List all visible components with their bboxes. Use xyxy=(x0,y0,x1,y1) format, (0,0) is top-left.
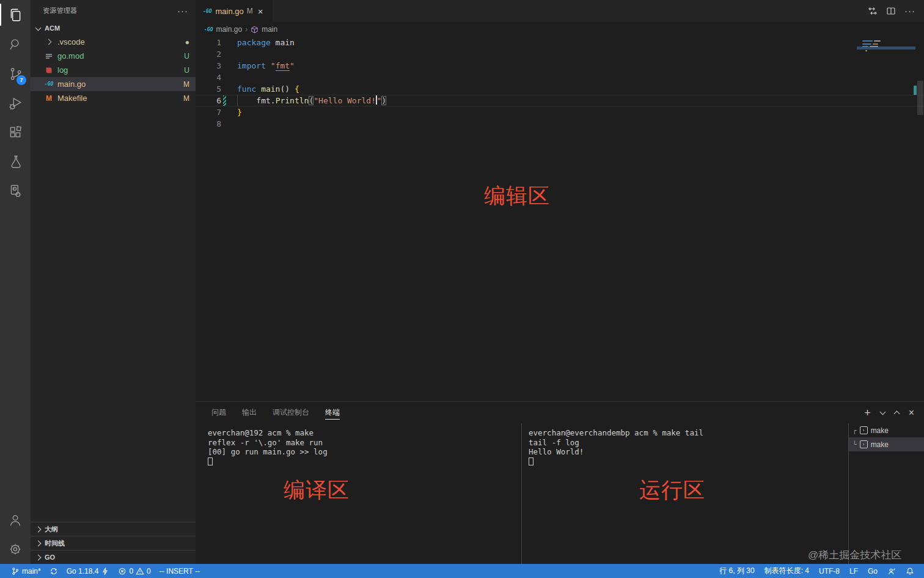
file-row-main-go[interactable]: main.goM xyxy=(31,77,196,91)
file-row-log[interactable]: logU xyxy=(31,63,196,77)
activity-bar-bottom xyxy=(0,505,31,564)
encoding-item[interactable]: UTF-8 xyxy=(815,564,843,578)
go-version-label: Go 1.18.4 xyxy=(67,567,99,576)
vim-mode-item[interactable]: -- INSERT -- xyxy=(156,564,204,578)
modified-line-marker xyxy=(223,95,226,106)
explorer-more-icon[interactable]: ··· xyxy=(177,8,188,14)
terminal-run[interactable]: everchan@everchandembp acm % make tailta… xyxy=(529,428,703,466)
sidebar-section-大纲[interactable]: 大纲 xyxy=(31,522,196,536)
code-editor[interactable]: 1package main23import "fmt"45func main()… xyxy=(196,37,924,401)
file-name: log xyxy=(57,65,184,75)
activity-item-explorer[interactable] xyxy=(0,0,31,29)
breadcrumb-separator: › xyxy=(245,25,248,34)
maximize-panel-icon[interactable] xyxy=(893,411,900,417)
extensions-icon xyxy=(8,125,23,139)
new-terminal-icon[interactable]: + xyxy=(864,407,871,418)
tab-size-item[interactable]: 制表符长度: 4 xyxy=(761,564,813,578)
terminal-dropdown-icon[interactable] xyxy=(879,409,886,415)
activity-item-run-debug[interactable] xyxy=(0,88,31,117)
terminal-cursor xyxy=(208,458,213,465)
code-line-5[interactable]: 5func main() { xyxy=(196,83,924,95)
problems-item[interactable]: 0 0 xyxy=(114,564,154,578)
scrollbar-slider[interactable] xyxy=(917,81,923,115)
lightning-icon xyxy=(101,567,109,576)
code-line-1[interactable]: 1package main xyxy=(196,37,924,48)
branch-name: main* xyxy=(22,567,41,576)
panel-tab-终端[interactable]: 终端 xyxy=(321,402,343,423)
eol-item[interactable]: LF xyxy=(846,564,862,578)
terminal-compile[interactable]: everchan@192 acm % makereflex -r '\.go' … xyxy=(208,428,328,466)
chevron-right-icon xyxy=(45,39,51,45)
feedback-smiley-icon xyxy=(887,567,896,576)
breadcrumb-symbol[interactable]: main xyxy=(262,25,277,34)
run-debug-icon xyxy=(8,95,23,110)
minimap[interactable] xyxy=(858,39,914,131)
watermark: @稀土掘金技术社区 xyxy=(808,548,901,562)
warning-icon xyxy=(136,567,144,576)
tab-size-label: 制表符长度: 4 xyxy=(765,566,809,576)
activity-item-search[interactable] xyxy=(0,29,31,59)
terminal-list-item[interactable]: ┌make xyxy=(849,423,924,437)
line-number: 3 xyxy=(196,60,225,72)
panel-actions: + × xyxy=(864,407,924,418)
activity-item-file-settings[interactable] xyxy=(0,176,31,206)
section-label: 大纲 xyxy=(45,525,58,534)
git-status-badge: M xyxy=(183,94,189,103)
activity-item-settings[interactable] xyxy=(0,535,31,564)
error-icon xyxy=(118,567,127,576)
code-line-7[interactable]: 7} xyxy=(196,106,924,118)
split-editor-icon[interactable] xyxy=(886,6,896,16)
sync-item[interactable] xyxy=(46,564,62,578)
tab-main-go[interactable]: main.go M × xyxy=(196,0,273,22)
sidebar-section-GO[interactable]: GO xyxy=(31,550,196,564)
go-version-item[interactable]: Go 1.18.4 xyxy=(63,564,114,578)
code-line-2[interactable]: 2 xyxy=(196,48,924,60)
line-number: 5 xyxy=(196,83,225,95)
terminal-list-item[interactable]: └make xyxy=(849,437,924,451)
git-branch-item[interactable]: main* xyxy=(7,564,45,578)
activity-item-source-control[interactable]: 7 xyxy=(0,59,31,88)
file-name: main.go xyxy=(57,80,183,89)
workspace-section-acm[interactable]: ACM xyxy=(31,21,196,35)
sidebar-bottom-sections: 大纲时间线GO xyxy=(31,522,196,564)
minimap-current-line xyxy=(857,46,915,50)
sidebar-section-时间线[interactable]: 时间线 xyxy=(31,536,196,550)
breadcrumb[interactable]: main.go › main xyxy=(196,22,924,37)
more-actions-icon[interactable]: ··· xyxy=(904,8,915,14)
tab-bar: main.go M × ··· xyxy=(196,0,924,22)
bell-icon xyxy=(906,567,914,576)
warning-count: 0 xyxy=(147,567,151,576)
activity-item-extensions[interactable] xyxy=(0,117,31,147)
search-icon xyxy=(8,37,23,51)
file-row-go-mod[interactable]: go.modU xyxy=(31,49,196,63)
tab-close-icon[interactable]: × xyxy=(258,7,263,16)
file-row-Makefile[interactable]: MakefileM xyxy=(31,91,196,105)
overview-ruler-mark xyxy=(914,86,917,95)
terminal-split-divider[interactable] xyxy=(521,423,522,564)
activity-item-account[interactable] xyxy=(0,505,31,535)
explorer-header: 资源管理器 ··· xyxy=(31,0,196,21)
activity-item-testing[interactable] xyxy=(0,147,31,176)
panel-tab-问题[interactable]: 问题 xyxy=(208,402,230,423)
sync-icon xyxy=(50,567,58,576)
code-line-4[interactable]: 4 xyxy=(196,72,924,83)
panel-tab-调试控制台[interactable]: 调试控制台 xyxy=(269,402,313,423)
file-name: go.mod xyxy=(57,51,184,61)
terminal-cursor xyxy=(529,458,534,465)
go-file-icon xyxy=(45,81,53,87)
open-changes-icon[interactable] xyxy=(868,6,878,16)
close-panel-icon[interactable]: × xyxy=(909,408,914,418)
account-icon xyxy=(8,513,23,527)
code-line-3[interactable]: 3import "fmt" xyxy=(196,60,924,72)
code-line-8[interactable]: 8 xyxy=(196,118,924,130)
breadcrumb-file[interactable]: main.go xyxy=(216,25,242,34)
terminal-line: everchan@192 acm % make xyxy=(208,428,328,438)
file-row--vscode[interactable]: .vscode● xyxy=(31,35,196,49)
panel-tab-输出[interactable]: 输出 xyxy=(238,402,260,423)
language-mode-item[interactable]: Go xyxy=(864,564,881,578)
notifications-item[interactable] xyxy=(902,564,918,578)
settings-icon xyxy=(8,542,23,557)
cursor-position-item[interactable]: 行 6, 列 30 xyxy=(716,564,758,578)
code-line-6[interactable]: 6 fmt.Println("Hello World!") xyxy=(196,95,924,106)
feedback-item[interactable] xyxy=(884,564,900,578)
